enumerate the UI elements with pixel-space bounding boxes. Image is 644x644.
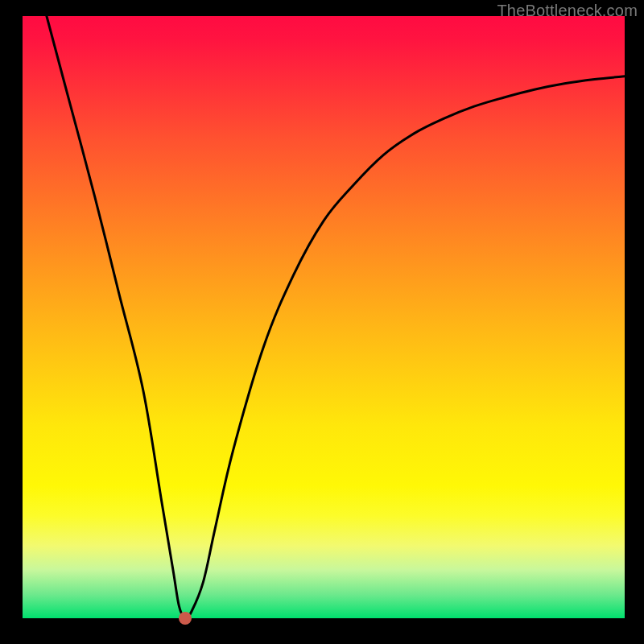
watermark-text: TheBottleneck.com [497, 2, 638, 20]
bottleneck-curve [47, 16, 625, 619]
chart-frame [23, 16, 625, 618]
optimal-point-marker [179, 612, 192, 625]
chart-curve-layer [23, 16, 625, 618]
